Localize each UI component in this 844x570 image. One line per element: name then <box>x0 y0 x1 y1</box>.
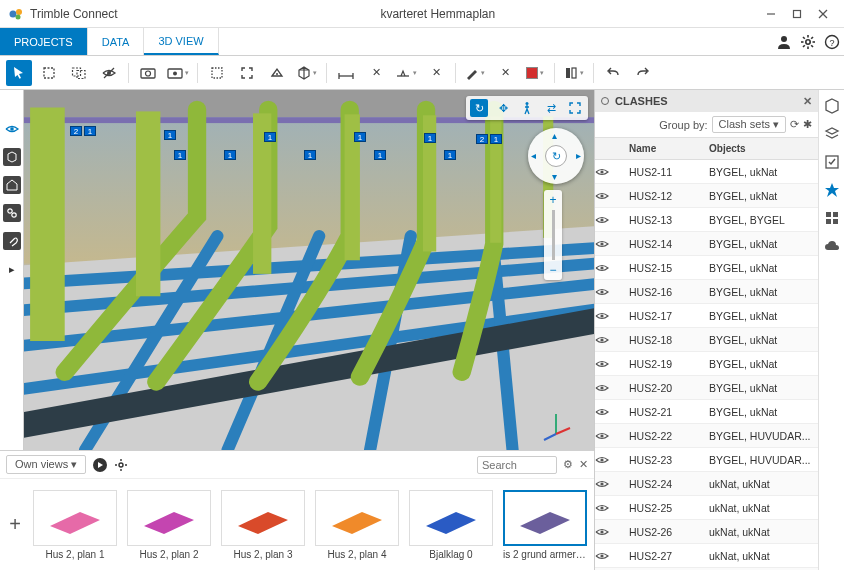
isolate-tool[interactable] <box>264 60 290 86</box>
clash-row[interactable]: HUS2-16BYGEL, ukNat <box>595 280 818 304</box>
eye-icon[interactable] <box>595 479 625 489</box>
help-icon[interactable]: ? <box>820 30 844 54</box>
cube-icon[interactable] <box>3 148 21 166</box>
ghost-tool[interactable] <box>204 60 230 86</box>
zoom-out-icon[interactable]: − <box>544 263 562 277</box>
marker[interactable]: 1 <box>264 132 276 142</box>
marker[interactable]: 1 <box>174 150 186 160</box>
view-thumbnail[interactable]: Hus 2, plan 3 <box>220 490 306 560</box>
marker[interactable]: 1 <box>84 126 96 136</box>
clash-row[interactable]: HUS2-27ukNat, ukNat <box>595 544 818 568</box>
clash-row[interactable]: HUS2-20BYGEL, ukNat <box>595 376 818 400</box>
marker[interactable]: 1 <box>164 130 176 140</box>
eye-icon[interactable] <box>595 191 625 201</box>
groupby-dropdown[interactable]: Clash sets ▾ <box>712 116 786 133</box>
clash-row[interactable]: HUS2-23BYGEL, HUVUDAR... <box>595 448 818 472</box>
attach-icon[interactable] <box>3 232 21 250</box>
clash-row[interactable]: HUS2-25ukNat, ukNat <box>595 496 818 520</box>
orbit-icon[interactable]: ↻ <box>470 99 488 117</box>
marker[interactable]: 1 <box>354 132 366 142</box>
orbit-center-icon[interactable]: ↻ <box>545 145 567 167</box>
view-thumbnail[interactable]: is 2 grund armering <box>502 490 588 560</box>
section-delete-tool[interactable]: ✕ <box>423 60 449 86</box>
add-view-button[interactable]: + <box>6 513 24 537</box>
look-icon[interactable]: ⇄ <box>542 99 560 117</box>
redo-tool[interactable] <box>630 60 656 86</box>
model-tool[interactable] <box>294 60 320 86</box>
eye-icon[interactable] <box>595 215 625 225</box>
minimize-button[interactable] <box>758 4 784 24</box>
clash-row[interactable]: HUS2-19BYGEL, ukNat <box>595 352 818 376</box>
user-icon[interactable] <box>772 30 796 54</box>
view-thumbnail[interactable]: Bjalklag 0 <box>408 490 494 560</box>
hide-tool[interactable] <box>96 60 122 86</box>
eye-icon[interactable] <box>595 263 625 273</box>
cloud-icon[interactable] <box>822 236 842 256</box>
eye-icon[interactable] <box>595 431 625 441</box>
view-settings-icon[interactable] <box>114 458 128 472</box>
eye-icon[interactable] <box>595 383 625 393</box>
settings-icon[interactable] <box>796 30 820 54</box>
tab-data[interactable]: DATA <box>88 28 145 55</box>
close-button[interactable] <box>810 4 836 24</box>
col-name[interactable]: Name <box>625 143 705 154</box>
panel-close-icon[interactable]: ✕ <box>803 95 812 108</box>
clash-row[interactable]: HUS2-15BYGEL, ukNat <box>595 256 818 280</box>
fullscreen-icon[interactable] <box>566 99 584 117</box>
eye-icon[interactable] <box>595 239 625 249</box>
marker[interactable]: 1 <box>374 150 386 160</box>
3d-viewport[interactable]: 2 1 1 1 1 1 2 1 1 1 1 1 1 ↻ ✥ ⇄ <box>24 90 594 450</box>
marquee-tool[interactable] <box>36 60 62 86</box>
clashes-icon[interactable] <box>822 180 842 200</box>
views-close-icon[interactable]: ✕ <box>579 458 588 471</box>
expand-strip-icon[interactable]: ▸ <box>3 260 21 278</box>
clash-row[interactable]: HUS2-21BYGEL, ukNat <box>595 400 818 424</box>
navigation-ring[interactable]: ↻ ▴ ▾ ◂ ▸ <box>528 128 584 184</box>
link-icon[interactable] <box>3 204 21 222</box>
clash-row[interactable]: HUS2-12BYGEL, ukNat <box>595 184 818 208</box>
color-picker-tool[interactable] <box>522 60 548 86</box>
panel-settings-icon[interactable]: ✱ <box>803 118 812 131</box>
view-thumbnail[interactable]: Hus 2, plan 4 <box>314 490 400 560</box>
todo-icon[interactable] <box>822 152 842 172</box>
eye-icon[interactable] <box>595 167 625 177</box>
marker[interactable]: 1 <box>424 133 436 143</box>
eye-icon[interactable] <box>595 287 625 297</box>
views-settings2-icon[interactable]: ⚙ <box>563 458 573 471</box>
markup-delete-tool[interactable]: ✕ <box>492 60 518 86</box>
views-dropdown[interactable]: Own views ▾ <box>6 455 86 474</box>
eye-icon[interactable] <box>595 527 625 537</box>
pan-icon[interactable]: ✥ <box>494 99 512 117</box>
clash-row[interactable]: HUS2-11BYGEL, ukNat <box>595 160 818 184</box>
eye-icon[interactable] <box>595 551 625 561</box>
tag-icon[interactable] <box>3 176 21 194</box>
view-thumbnail[interactable]: Hus 2, plan 1 <box>32 490 118 560</box>
play-icon[interactable] <box>92 457 108 473</box>
zoom-in-icon[interactable]: + <box>544 193 562 207</box>
marker[interactable]: 1 <box>224 150 236 160</box>
tab-3dview[interactable]: 3D VIEW <box>144 28 218 55</box>
measure-delete-tool[interactable]: ✕ <box>363 60 389 86</box>
undo-tool[interactable] <box>600 60 626 86</box>
camera-tool[interactable] <box>135 60 161 86</box>
clash-row[interactable]: HUS2-13BYGEL, BYGEL <box>595 208 818 232</box>
col-objects[interactable]: Objects <box>705 143 818 154</box>
marker[interactable]: 1 <box>304 150 316 160</box>
section-tool[interactable] <box>393 60 419 86</box>
views-search-input[interactable] <box>477 456 557 474</box>
eye-icon[interactable] <box>595 311 625 321</box>
view-thumbnail[interactable]: Hus 2, plan 2 <box>126 490 212 560</box>
refresh-icon[interactable]: ⟳ <box>790 118 799 131</box>
axis-gizmo-icon[interactable] <box>538 406 574 442</box>
markup-pen-tool[interactable] <box>462 60 488 86</box>
maximize-button[interactable] <box>784 4 810 24</box>
zoom-slider[interactable]: + − <box>544 190 562 280</box>
clash-row[interactable]: HUS2-26ukNat, ukNat <box>595 520 818 544</box>
clash-row[interactable]: HUS2-22BYGEL, HUVUDAR... <box>595 424 818 448</box>
eye-icon[interactable] <box>595 335 625 345</box>
lasso-tool[interactable] <box>66 60 92 86</box>
pointer-tool[interactable] <box>6 60 32 86</box>
eye-icon[interactable] <box>595 359 625 369</box>
measure-tool[interactable] <box>333 60 359 86</box>
eye-icon[interactable] <box>595 503 625 513</box>
